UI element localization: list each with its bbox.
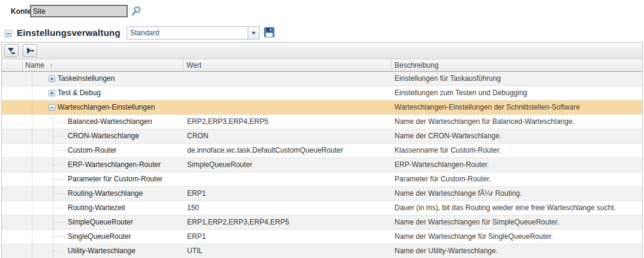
row-beschreibung: ERP-Warteschlangen-Router.	[395, 160, 489, 169]
expand-icon[interactable]: +	[49, 75, 55, 82]
tree-elbow-icon	[53, 251, 65, 251]
expand-all-button[interactable]	[23, 44, 37, 57]
tree-guide-line	[32, 230, 32, 244]
row-gutter	[2, 244, 23, 258]
row-beschreibung-cell: Name der Utility-Warteschlange.	[392, 244, 642, 258]
section-collapse-icon[interactable]: −	[5, 30, 12, 37]
row-beschreibung-cell: Klassenname für Custom-Router.	[392, 144, 642, 157]
row-wert: 150	[187, 204, 199, 212]
row-beschreibung: Name der Warteschlangen für Balanced-War…	[395, 117, 574, 126]
header-wert[interactable]: Wert	[183, 59, 392, 71]
chevron-down-icon[interactable]	[248, 27, 259, 39]
table-row[interactable]: Custom-Router de.innoface.wc.task.Defaul…	[2, 144, 642, 158]
expand-all-icon	[25, 46, 35, 56]
row-beschreibung-cell: Einstellungen für Taskausführung	[392, 72, 642, 86]
row-wert: ERP1,ERP2,ERP3,ERP4,ERP5	[187, 218, 289, 226]
table-body: + Taskeinstellungen Einstellungen für Ta…	[2, 72, 642, 258]
tree-guide-line	[32, 201, 32, 215]
header-name[interactable]: Name↑	[23, 59, 183, 71]
floppy-disk-icon	[264, 27, 275, 38]
table-row[interactable]: Routing-Warteschlange ERP1 Name der Wart…	[2, 187, 642, 201]
profile-select[interactable]: Standard	[127, 26, 260, 40]
table-row[interactable]: Parameter für Custom-Router Parameter fü…	[2, 172, 642, 187]
table-row[interactable]: ERP-Warteschlangen-Router SimpleQueueRou…	[2, 158, 642, 172]
tree-guide-line	[32, 244, 32, 258]
row-wert-cell	[183, 72, 392, 86]
row-name-cell: CRON-Warteschlange	[23, 129, 183, 143]
row-wert-cell: ERP1	[183, 230, 392, 244]
tree-elbow-icon	[53, 193, 65, 194]
table-row[interactable]: Utility-Warteschlange UTIL Name der Util…	[2, 244, 642, 258]
context-input[interactable]	[30, 5, 128, 17]
row-beschreibung-cell: Name der CRON-Warteschlange.	[392, 129, 642, 143]
context-bar: Kontext	[0, 4, 644, 20]
header-beschreibung[interactable]: Beschreibung	[392, 59, 642, 71]
tree-guide-line	[32, 144, 32, 157]
row-wert: UTIL	[187, 247, 203, 255]
table-row[interactable]: SingleQueueRouter ERP1 Name der Wartesch…	[2, 230, 642, 244]
row-name: Parameter für Custom-Router	[68, 172, 162, 186]
row-beschreibung: Name der CRON-Warteschlange.	[395, 132, 501, 140]
row-gutter	[2, 101, 23, 114]
save-button[interactable]	[263, 27, 275, 39]
table-row[interactable]: + Test & Debug Einstellungen zum Testen …	[2, 86, 642, 101]
table-row[interactable]: + Taskeinstellungen Einstellungen für Ta…	[2, 72, 642, 86]
row-beschreibung: Name der Utility-Warteschlange.	[395, 247, 498, 255]
expand-icon[interactable]: +	[49, 90, 55, 96]
table-row[interactable]: − Warteschlangen-Einstellungen Warteschl…	[2, 101, 642, 115]
row-beschreibung-cell: Dauer (in ms), bit das Routing wieder ei…	[392, 201, 642, 215]
row-name: SingleQueueRouter	[68, 230, 131, 244]
row-name: Utility-Warteschlange	[68, 244, 136, 258]
tree-elbow-icon	[53, 165, 65, 165]
row-wert: CRON	[187, 132, 208, 140]
row-wert: SimpleQueueRouter	[187, 160, 252, 169]
search-icon[interactable]	[131, 5, 142, 17]
row-gutter	[2, 158, 23, 172]
tree-elbow-icon	[53, 236, 65, 237]
tree-guide-line	[32, 129, 32, 143]
collapse-all-button[interactable]	[4, 44, 19, 57]
row-name-cell: SimpleQueueRouter	[23, 215, 183, 229]
table-row[interactable]: Routing-Wartezeit 150 Dauer (in ms), bit…	[2, 201, 642, 215]
row-name: Custom-Router	[68, 144, 116, 157]
header-gutter	[2, 59, 23, 71]
row-name-cell: Routing-Wartezeit	[23, 201, 183, 215]
tree-guide-line	[32, 86, 32, 100]
row-gutter	[2, 187, 23, 201]
row-wert-cell: ERP1	[183, 187, 392, 201]
row-name-cell: + Test & Debug	[23, 86, 183, 100]
row-gutter	[2, 172, 23, 186]
row-wert: ERP1	[187, 189, 206, 198]
row-wert-cell	[183, 101, 392, 114]
row-name-cell: SingleQueueRouter	[23, 230, 183, 244]
grid-toolbar	[2, 43, 642, 59]
row-wert-cell	[183, 86, 392, 100]
header-name-label: Name	[25, 61, 44, 69]
row-wert-cell: CRON	[183, 129, 392, 143]
table-header: Name↑ Wert Beschreibung	[2, 59, 642, 72]
row-beschreibung: Parameter für Custom-Router.	[395, 175, 491, 183]
row-name-cell: Balanced-Warteschlangen	[23, 115, 183, 129]
row-gutter	[2, 215, 23, 229]
table-row[interactable]: Balanced-Warteschlangen ERP2,ERP3,ERP4,E…	[2, 115, 642, 129]
settings-page: Kontext − Einstellungsverwaltung Standar…	[0, 0, 644, 258]
tree-guide-line	[32, 101, 32, 114]
row-name: Routing-Warteschlange	[68, 187, 143, 201]
row-beschreibung-cell: Warteschlangen-Einstellungen der Schnitt…	[392, 101, 642, 114]
row-gutter	[2, 129, 23, 143]
row-beschreibung: Warteschlangen-Einstellungen der Schnitt…	[395, 103, 580, 111]
table-row[interactable]: CRON-Warteschlange CRON Name der CRON-Wa…	[2, 129, 642, 144]
row-wert-cell	[183, 172, 392, 186]
table-row[interactable]: SimpleQueueRouter ERP1,ERP2,ERP3,ERP4,ER…	[2, 215, 642, 230]
row-beschreibung: Dauer (in ms), bit das Routing wieder ei…	[395, 204, 616, 212]
settings-grid: Name↑ Wert Beschreibung + Taskeinstellun…	[1, 42, 643, 258]
row-beschreibung-cell: Name der Warteschlangen für Balanced-War…	[392, 115, 642, 129]
row-wert: de.innoface.wc.task.DefaultCustomQueueRo…	[187, 146, 343, 154]
row-beschreibung: Einstellungen zum Testen und Debugging	[395, 89, 527, 97]
row-beschreibung: Name der Warteschlangen für SimpleQueueR…	[395, 218, 559, 226]
tree-elbow-icon	[53, 222, 65, 223]
row-beschreibung-cell: ERP-Warteschlangen-Router.	[392, 158, 642, 172]
row-name: CRON-Warteschlange	[68, 129, 139, 143]
row-wert-cell: SimpleQueueRouter	[183, 158, 392, 172]
collapse-icon[interactable]: −	[49, 104, 55, 111]
